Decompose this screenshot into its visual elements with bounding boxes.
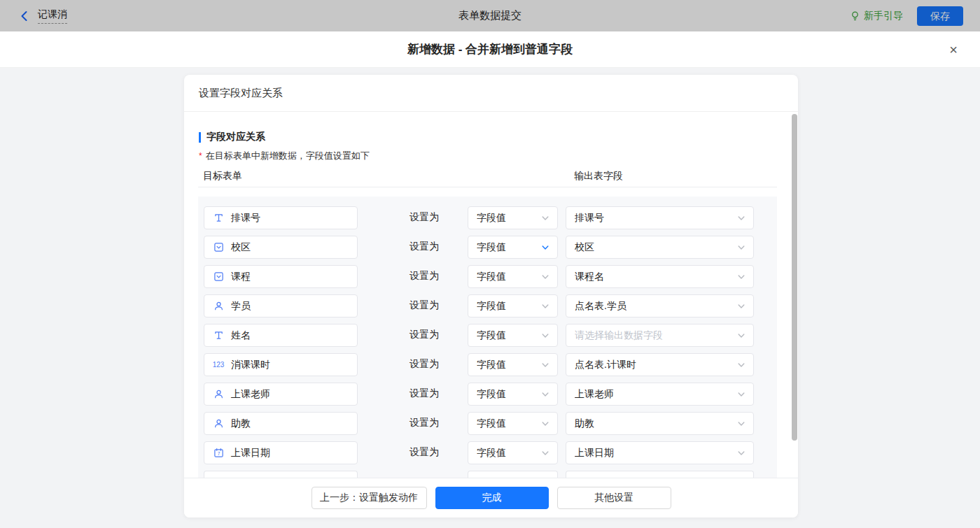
chevron-down-icon bbox=[540, 243, 550, 252]
text-field-icon bbox=[213, 330, 224, 341]
mapping-row: 学员 设置为 字段值 点名表.学员 bbox=[198, 294, 777, 317]
output-field-value: 上课日期 bbox=[575, 447, 614, 459]
output-field-value: 请选择输出数据字段 bbox=[575, 329, 663, 342]
output-field-dropdown[interactable]: 请选择输出数据字段 bbox=[566, 324, 754, 347]
done-button[interactable]: 完成 bbox=[435, 487, 549, 509]
output-field-dropdown[interactable]: 排课号 bbox=[566, 206, 754, 229]
output-field-value: 点名表.学员 bbox=[575, 300, 626, 313]
number-field-icon: 123 bbox=[213, 359, 224, 371]
modal-title: 新增数据 - 合并新增到普通字段 bbox=[407, 41, 573, 57]
set-as-label: 设置为 bbox=[410, 417, 439, 429]
chevron-down-icon bbox=[540, 360, 550, 370]
output-field-dropdown[interactable]: 上课老师 bbox=[566, 383, 754, 406]
target-field-box[interactable]: 校区 bbox=[204, 236, 358, 259]
mapping-row-partial bbox=[198, 471, 777, 478]
value-type-value: 字段值 bbox=[477, 300, 506, 313]
target-field-box[interactable]: 上课老师 bbox=[204, 383, 358, 406]
value-type-value: 字段值 bbox=[477, 447, 506, 459]
set-as-label: 设置为 bbox=[410, 358, 439, 371]
section-title-text: 字段对应关系 bbox=[206, 131, 265, 143]
value-type-dropdown[interactable]: 字段值 bbox=[468, 353, 558, 376]
value-type-value: 字段值 bbox=[477, 388, 506, 401]
target-field-label: 上课日期 bbox=[231, 447, 270, 459]
page-title: 表单数据提交 bbox=[0, 9, 980, 22]
section-accent-bar bbox=[199, 132, 201, 143]
set-as-label: 设置为 bbox=[410, 387, 439, 400]
output-field-dropdown[interactable]: 点名表.学员 bbox=[566, 294, 754, 317]
value-type-dropdown[interactable]: 字段值 bbox=[468, 206, 558, 229]
set-as-label: 设置为 bbox=[410, 446, 439, 459]
beginner-guide-link[interactable]: 新手引导 bbox=[850, 10, 903, 22]
modal-header: 新增数据 - 合并新增到普通字段 × bbox=[0, 31, 980, 68]
value-type-dropdown[interactable]: 字段值 bbox=[468, 412, 558, 435]
chevron-down-icon bbox=[540, 448, 550, 458]
column-header-target: 目标表单 bbox=[203, 170, 242, 183]
output-field-dropdown[interactable]: 课程名 bbox=[566, 265, 754, 288]
guide-label: 新手引导 bbox=[864, 10, 903, 22]
value-type-dropdown[interactable]: 字段值 bbox=[468, 324, 558, 347]
target-field-box[interactable]: 姓名 bbox=[204, 324, 358, 347]
mapping-row: 排课号 设置为 字段值 排课号 bbox=[198, 206, 777, 229]
chevron-down-icon bbox=[736, 419, 746, 429]
output-field-value: 课程名 bbox=[575, 271, 604, 283]
chevron-down-icon bbox=[736, 301, 746, 311]
chevron-down-icon bbox=[540, 419, 550, 429]
target-field-label: 课程 bbox=[231, 271, 251, 283]
target-field-label: 姓名 bbox=[231, 329, 251, 342]
footer-bar: 上一步：设置触发动作 完成 其他设置 bbox=[184, 478, 798, 518]
target-field-box[interactable]: 课程 bbox=[204, 265, 358, 288]
value-type-dropdown[interactable]: 字段值 bbox=[468, 441, 558, 464]
value-type-dropdown[interactable]: 字段值 bbox=[468, 265, 558, 288]
partial-field-box[interactable] bbox=[468, 471, 558, 478]
partial-field-box[interactable] bbox=[566, 471, 754, 478]
output-field-dropdown[interactable]: 上课日期 bbox=[566, 441, 754, 464]
close-icon[interactable]: × bbox=[945, 41, 962, 58]
scrollbar-thumb[interactable] bbox=[792, 114, 797, 441]
select-field-icon bbox=[213, 271, 224, 283]
output-field-dropdown[interactable]: 校区 bbox=[566, 236, 754, 259]
chevron-down-icon bbox=[736, 390, 746, 399]
set-as-label: 设置为 bbox=[410, 241, 439, 253]
select-field-icon bbox=[213, 242, 224, 253]
target-field-box[interactable]: 排课号 bbox=[204, 206, 358, 229]
set-as-label: 设置为 bbox=[410, 270, 439, 283]
date-field-icon: 7 bbox=[213, 448, 224, 459]
mapping-row: 上课老师 设置为 字段值 上课老师 bbox=[198, 383, 777, 406]
person-field-icon bbox=[213, 389, 224, 400]
target-field-box[interactable]: 7 上课日期 bbox=[204, 441, 358, 464]
set-as-label: 设置为 bbox=[410, 211, 439, 224]
target-field-label: 助教 bbox=[231, 418, 251, 430]
value-type-value: 字段值 bbox=[477, 212, 506, 224]
set-as-label: 设置为 bbox=[410, 329, 439, 341]
target-field-label: 消课课时 bbox=[231, 359, 270, 371]
value-type-value: 字段值 bbox=[477, 329, 506, 342]
target-field-box[interactable]: 123 消课课时 bbox=[204, 353, 358, 376]
chevron-down-icon bbox=[736, 448, 746, 458]
output-field-value: 排课号 bbox=[575, 212, 604, 224]
chevron-down-icon bbox=[736, 272, 746, 282]
set-as-label: 设置为 bbox=[410, 299, 439, 312]
other-settings-button[interactable]: 其他设置 bbox=[557, 487, 671, 509]
save-button[interactable]: 保存 bbox=[917, 6, 963, 26]
partial-field-box[interactable] bbox=[204, 471, 358, 478]
card-header-title: 设置字段对应关系 bbox=[184, 75, 798, 112]
value-type-dropdown[interactable]: 字段值 bbox=[468, 294, 558, 317]
chevron-down-icon bbox=[540, 390, 550, 399]
screen: 记课消 表单数据提交 新手引导 保存 新增数据 - 合并新增到普通字段 × 设置… bbox=[0, 0, 980, 528]
chevron-down-icon bbox=[736, 331, 746, 341]
chevron-down-icon bbox=[736, 213, 746, 223]
person-field-icon bbox=[213, 301, 224, 312]
mapping-row: 校区 设置为 字段值 校区 bbox=[198, 236, 777, 259]
previous-step-button[interactable]: 上一步：设置触发动作 bbox=[312, 487, 427, 509]
value-type-dropdown[interactable]: 字段值 bbox=[468, 383, 558, 406]
value-type-dropdown[interactable]: 字段值 bbox=[468, 236, 558, 259]
section-note-text: 在目标表单中新增数据，字段值设置如下 bbox=[206, 150, 370, 161]
output-field-dropdown[interactable]: 点名表.计课时 bbox=[566, 353, 754, 376]
mapping-row: 助教 设置为 字段值 助教 bbox=[198, 412, 777, 435]
output-field-dropdown[interactable]: 助教 bbox=[566, 412, 754, 435]
value-type-value: 字段值 bbox=[477, 418, 506, 430]
column-header-output: 输出表字段 bbox=[574, 170, 623, 183]
target-field-box[interactable]: 助教 bbox=[204, 412, 358, 435]
target-field-box[interactable]: 学员 bbox=[204, 294, 358, 317]
output-field-value: 上课老师 bbox=[575, 388, 614, 401]
